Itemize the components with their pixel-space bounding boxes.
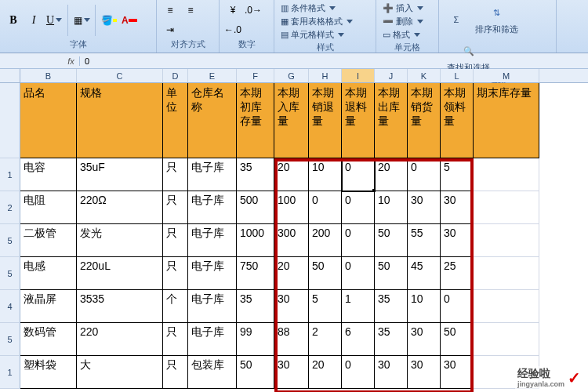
col-header[interactable]: G xyxy=(274,69,309,82)
data-cell[interactable]: 1 xyxy=(342,290,375,323)
data-cell[interactable]: 电子库 xyxy=(188,290,237,323)
header-cell[interactable]: 本期入库量 xyxy=(274,83,309,158)
data-cell[interactable]: 750 xyxy=(237,257,274,290)
data-cell[interactable]: 包装库 xyxy=(188,356,237,389)
decimal-inc-button[interactable]: .0→ xyxy=(245,2,262,18)
data-cell[interactable]: 220 xyxy=(77,323,163,356)
data-cell[interactable]: 0 xyxy=(408,158,441,191)
data-cell[interactable]: 20 xyxy=(274,257,309,290)
data-cell[interactable]: 只 xyxy=(163,191,188,224)
autosum-button[interactable]: Σ xyxy=(444,9,469,31)
data-cell[interactable] xyxy=(474,290,539,323)
data-cell[interactable]: 10 xyxy=(375,191,408,224)
data-cell[interactable]: 220uL xyxy=(77,257,163,290)
data-cell[interactable]: 10 xyxy=(309,158,342,191)
formula-input[interactable]: 0 xyxy=(80,56,588,66)
header-cell[interactable]: 本期销货量 xyxy=(408,83,441,158)
col-header[interactable]: K xyxy=(408,69,441,82)
sort-filter-button[interactable]: ⇅排序和筛选 xyxy=(472,2,521,37)
header-cell[interactable]: 品名 xyxy=(20,83,77,158)
data-cell[interactable]: 只 xyxy=(163,323,188,356)
data-cell[interactable]: 只 xyxy=(163,257,188,290)
data-cell[interactable]: 电感 xyxy=(20,257,77,290)
delete-button[interactable]: ➖删除 xyxy=(381,15,425,28)
cond-format-button[interactable]: ▥条件格式 xyxy=(279,2,337,15)
data-cell[interactable]: 5 xyxy=(441,158,474,191)
row-header[interactable]: 5 xyxy=(0,323,20,356)
data-cell[interactable]: 电子库 xyxy=(188,257,237,290)
data-cell[interactable]: 0 xyxy=(342,191,375,224)
data-cell[interactable]: 300 xyxy=(274,224,309,257)
header-cell[interactable]: 期末库存量 xyxy=(474,83,539,158)
indent-button[interactable]: ⇥ xyxy=(162,22,179,38)
data-cell[interactable]: 1000 xyxy=(237,224,274,257)
font-color-button[interactable]: A xyxy=(121,13,138,28)
data-cell[interactable]: 大 xyxy=(77,356,163,389)
data-cell[interactable]: 220Ω xyxy=(77,191,163,224)
header-cell[interactable]: 规格 xyxy=(77,83,163,158)
data-cell[interactable]: 100 xyxy=(274,191,309,224)
row-header[interactable]: 1 xyxy=(0,356,20,389)
col-header[interactable]: J xyxy=(375,69,408,82)
data-cell[interactable]: 50 xyxy=(309,257,342,290)
data-cell[interactable]: 0 xyxy=(309,191,342,224)
row-header[interactable] xyxy=(0,83,20,158)
data-cell[interactable]: 电阻 xyxy=(20,191,77,224)
header-cell[interactable]: 本期出库量 xyxy=(375,83,408,158)
data-cell[interactable]: 5 xyxy=(309,290,342,323)
row-header[interactable]: 1 xyxy=(0,158,20,191)
data-cell[interactable]: 塑料袋 xyxy=(20,356,77,389)
data-cell[interactable]: 50 xyxy=(441,323,474,356)
col-header[interactable]: F xyxy=(237,69,274,82)
data-cell[interactable]: 500 xyxy=(237,191,274,224)
data-cell[interactable]: 99 xyxy=(237,323,274,356)
data-cell[interactable]: 30 xyxy=(441,224,474,257)
data-cell[interactable]: 30 xyxy=(441,356,474,389)
data-cell[interactable]: 20 xyxy=(274,158,309,191)
col-header[interactable]: C xyxy=(77,69,163,82)
data-cell[interactable]: 0 xyxy=(342,224,375,257)
data-cell[interactable]: 55 xyxy=(408,224,441,257)
data-cell[interactable]: 30 xyxy=(274,356,309,389)
bold-button[interactable]: B xyxy=(5,13,22,28)
row-header[interactable]: 5 xyxy=(0,257,20,290)
data-cell[interactable]: 电子库 xyxy=(188,158,237,191)
data-cell[interactable]: 30 xyxy=(408,356,441,389)
data-cell[interactable]: 只 xyxy=(163,158,188,191)
data-cell[interactable]: 二极管 xyxy=(20,224,77,257)
data-cell[interactable]: 0 xyxy=(342,257,375,290)
data-cell[interactable]: 发光 xyxy=(77,224,163,257)
row-header[interactable]: 2 xyxy=(0,191,20,224)
data-cell[interactable] xyxy=(474,257,539,290)
insert-button[interactable]: ➕插入 xyxy=(381,2,425,15)
col-header[interactable]: B xyxy=(20,69,77,82)
data-cell[interactable]: 电容 xyxy=(20,158,77,191)
data-cell[interactable]: 电子库 xyxy=(188,224,237,257)
data-cell[interactable]: 35uF xyxy=(77,158,163,191)
data-cell[interactable]: 3535 xyxy=(77,290,163,323)
data-cell[interactable]: 0 xyxy=(342,158,375,191)
align-left-button[interactable]: ≡ xyxy=(162,2,179,18)
data-cell[interactable]: 35 xyxy=(375,323,408,356)
format-button[interactable]: ▭格式 xyxy=(381,28,422,42)
currency-button[interactable]: ¥ xyxy=(224,2,241,18)
header-cell[interactable]: 单位 xyxy=(163,83,188,158)
border-button[interactable]: ▦ xyxy=(73,13,90,28)
data-cell[interactable]: 50 xyxy=(375,257,408,290)
header-cell[interactable]: 本期退料量 xyxy=(342,83,375,158)
data-cell[interactable]: 45 xyxy=(408,257,441,290)
select-all-corner[interactable] xyxy=(0,69,20,82)
data-cell[interactable]: 电子库 xyxy=(188,323,237,356)
data-cell[interactable] xyxy=(474,323,539,356)
data-cell[interactable]: 只 xyxy=(163,356,188,389)
decimal-dec-button[interactable]: ←.0 xyxy=(224,22,241,38)
data-cell[interactable]: 0 xyxy=(342,356,375,389)
data-cell[interactable]: 35 xyxy=(237,158,274,191)
cell-style-button[interactable]: ▤单元格样式 xyxy=(279,28,346,42)
data-cell[interactable]: 30 xyxy=(408,323,441,356)
col-header[interactable]: M xyxy=(474,69,539,82)
data-cell[interactable]: 个 xyxy=(163,290,188,323)
data-cell[interactable]: 200 xyxy=(309,224,342,257)
data-cell[interactable]: 2 xyxy=(309,323,342,356)
col-header[interactable]: L xyxy=(441,69,474,82)
